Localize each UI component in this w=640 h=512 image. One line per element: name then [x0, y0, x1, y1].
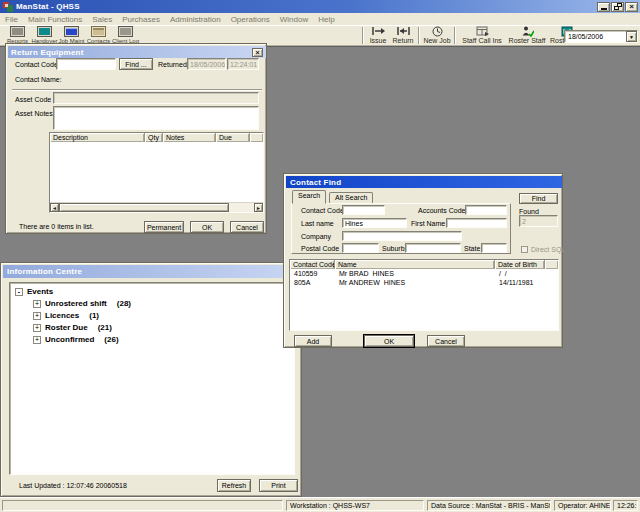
tree-node-licences[interactable]: + Licences (1) — [33, 311, 99, 320]
main-window-title: ManStat - QHSS — [16, 2, 80, 11]
reports-icon — [10, 26, 25, 37]
tree-count-unconfirmed: (26) — [104, 335, 118, 344]
direct-sql-option[interactable]: Direct SQL — [521, 246, 565, 253]
column-description[interactable]: Description — [50, 133, 145, 142]
menu-window[interactable]: Window — [275, 15, 313, 24]
contact-row-410559[interactable]: 410559 Mr BRAD HINES / / — [290, 269, 558, 278]
items-count-status: There are 0 items in list. — [19, 223, 94, 230]
find-button[interactable]: Find ... — [119, 58, 153, 70]
toolbar-button-return[interactable]: Return — [390, 26, 416, 46]
menu-main-functions[interactable]: Main Functions — [23, 15, 87, 24]
print-button[interactable]: Print — [259, 479, 298, 492]
toolbar-date-combo[interactable]: 18/05/2006 ▼ — [564, 30, 638, 43]
toolbar-label-return: Return — [392, 37, 413, 45]
toolbar-button-staff-call-ins[interactable]: Staff Call Ins — [458, 26, 506, 46]
asset-notes-input[interactable] — [53, 106, 259, 130]
column-qty[interactable]: Qty — [145, 133, 163, 142]
column-due[interactable]: Due — [216, 133, 250, 142]
contact-code-label: Contact Code — [15, 61, 58, 68]
scrollbar-thumb[interactable] — [59, 203, 229, 212]
tree-label-unrostered-shift: Unrostered shift — [45, 299, 107, 308]
contact-find-titlebar[interactable]: Contact Find — [286, 176, 562, 188]
cancel-button[interactable]: Cancel — [230, 221, 264, 233]
tab-alt-search[interactable]: Alt Search — [329, 192, 373, 203]
expand-icon[interactable]: + — [33, 312, 41, 320]
add-button[interactable]: Add — [294, 335, 332, 347]
menu-operations[interactable]: Operations — [226, 15, 275, 24]
cf-accounts-code-input[interactable] — [465, 205, 507, 215]
cf-suburb-label: Suburb — [382, 245, 405, 252]
close-button[interactable]: × — [625, 2, 638, 12]
collapse-icon[interactable]: - — [15, 288, 23, 296]
menu-bar: File Main Functions Sales Purchases Admi… — [0, 13, 640, 25]
contact-code-input[interactable] — [56, 58, 116, 70]
column-date-of-birth[interactable]: Date of Birth — [495, 260, 545, 269]
contact-results-empty-area[interactable] — [290, 287, 558, 330]
expand-icon[interactable]: + — [33, 300, 41, 308]
asset-code-input[interactable] — [53, 92, 259, 104]
status-bar: Workstation : QHSS-WS7 Data Source : Man… — [0, 497, 640, 512]
roster-staff-icon — [521, 26, 534, 37]
column-filler — [545, 260, 558, 269]
column-filler — [250, 133, 263, 142]
restore-button[interactable] — [611, 2, 624, 12]
information-centre-window: Information Centre - Events + Unrostered… — [0, 262, 302, 497]
direct-sql-checkbox[interactable] — [521, 246, 528, 253]
contact-find-title: Contact Find — [290, 178, 341, 187]
information-centre-titlebar[interactable]: Information Centre — [3, 265, 299, 278]
return-equipment-close-button[interactable]: × — [252, 48, 263, 57]
menu-purchases[interactable]: Purchases — [117, 15, 165, 24]
toolbar-button-new-job[interactable]: New Job — [422, 26, 452, 46]
contact-row-805A[interactable]: 805A Mr ANDREW HINES 14/11/1981 — [290, 278, 558, 287]
refresh-button[interactable]: Refresh — [217, 479, 251, 492]
cf-find-button[interactable]: Find — [519, 193, 558, 204]
return-items-body[interactable] — [50, 142, 263, 202]
cf-company-input[interactable] — [342, 231, 462, 241]
status-data-source: Data Source : ManStat - BRIS - ManStat — [427, 500, 551, 511]
cf-contact-code-input[interactable] — [342, 205, 385, 215]
status-operator: Operator: AHINES — [554, 500, 611, 511]
menu-administration[interactable]: Administration — [165, 15, 226, 24]
ok-button[interactable]: OK — [190, 221, 224, 233]
status-operator-text: Operator: AHINES — [558, 502, 611, 509]
last-updated-text: Last Updated : 12:07:46 20060518 — [19, 482, 127, 489]
asset-notes-label: Asset Notes — [15, 110, 53, 117]
permanent-button[interactable]: Permanent — [144, 221, 184, 233]
cf-state-input[interactable] — [481, 243, 507, 253]
return-equipment-titlebar[interactable]: Return Equipment × — [8, 46, 266, 58]
minimize-button[interactable] — [597, 2, 610, 12]
cf-last-name-input[interactable]: Hines — [342, 218, 407, 228]
menu-help[interactable]: Help — [313, 15, 339, 24]
cf-postal-code-input[interactable] — [342, 243, 379, 253]
column-notes[interactable]: Notes — [163, 133, 216, 142]
column-name[interactable]: Name — [335, 260, 495, 269]
cf-cancel-button[interactable]: Cancel — [427, 335, 465, 347]
tree-node-events[interactable]: - Events — [15, 287, 53, 296]
menu-file[interactable]: File — [0, 15, 23, 24]
scroll-right-icon[interactable]: ► — [254, 203, 263, 212]
menu-sales[interactable]: Sales — [87, 15, 117, 24]
expand-icon[interactable]: + — [33, 336, 41, 344]
toolbar-button-issue[interactable]: Issue — [366, 26, 390, 46]
column-contact-code[interactable]: Contact Code — [290, 260, 335, 269]
contact-name-label: Contact Name: — [15, 76, 62, 83]
contact-dob-cell: / / — [495, 269, 545, 278]
cf-suburb-input[interactable] — [405, 243, 461, 253]
direct-sql-label: Direct SQL — [531, 246, 565, 253]
cf-find-button-label: Find — [532, 195, 546, 202]
toolbar-right-group: Issue Return New Job — [360, 26, 586, 46]
toolbar-button-roster-staff[interactable]: Roster Staff — [506, 26, 548, 46]
horizontal-scrollbar[interactable]: ◄ ► — [50, 202, 263, 212]
tree-node-roster-due[interactable]: + Roster Due (21) — [33, 323, 112, 332]
tab-search[interactable]: Search — [292, 190, 326, 204]
expand-icon[interactable]: + — [33, 324, 41, 332]
cf-first-name-input[interactable] — [446, 218, 507, 228]
find-button-label: Find ... — [125, 61, 146, 68]
cf-ok-button[interactable]: OK — [364, 335, 414, 347]
tree-node-unconfirmed[interactable]: + Unconfirmed (26) — [33, 335, 119, 344]
toolbar-date-value: 18/05/2006 — [565, 33, 626, 40]
tree-node-unrostered-shift[interactable]: + Unrostered shift (28) — [33, 299, 131, 308]
scroll-left-icon[interactable]: ◄ — [50, 203, 59, 212]
date-dropdown-button[interactable]: ▼ — [626, 31, 637, 42]
status-clock-text: 12:26:11 — [617, 502, 638, 509]
